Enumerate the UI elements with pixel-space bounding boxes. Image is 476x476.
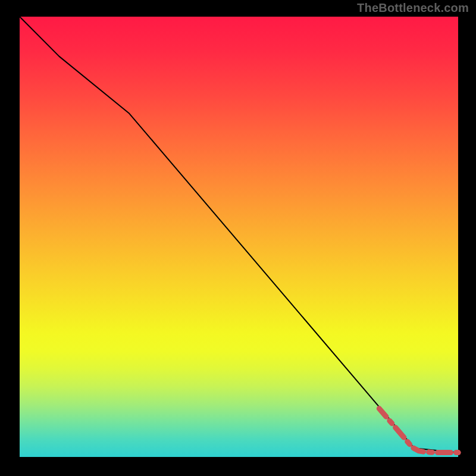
main-curve (20, 17, 458, 453)
tail-end-dot (456, 450, 461, 455)
tail-dashes (379, 409, 458, 453)
watermark-text: TheBottleneck.com (357, 1, 469, 15)
chart-frame: TheBottleneck.com (0, 0, 476, 476)
plot-area (20, 17, 458, 457)
chart-svg (20, 17, 458, 457)
